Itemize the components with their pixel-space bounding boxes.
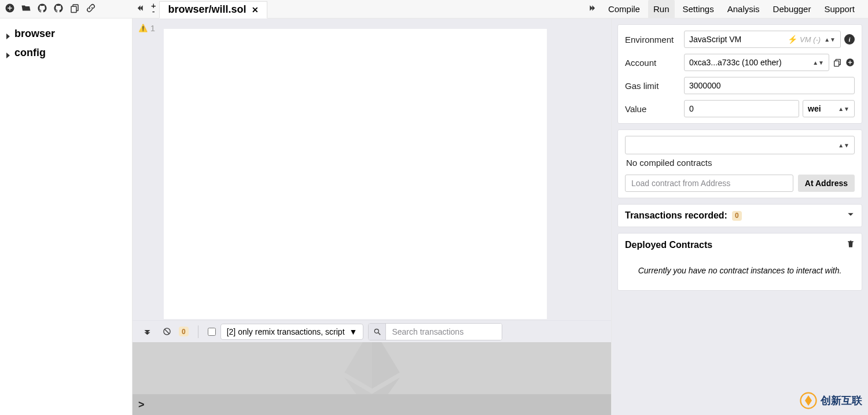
tree-item-label: config	[14, 47, 46, 59]
account-value: 0xca3...a733c (100 ether)	[689, 58, 782, 67]
gas-limit-label: Gas limit	[625, 81, 684, 91]
main-nav: Compile Run Settings Analysis Debugger S…	[585, 0, 868, 18]
line-number-gutter: 1	[148, 22, 158, 320]
svg-rect-2	[8, 8, 12, 9]
env-section: Environment JavaScript VM ⚡ VM (-) ▲▼ i …	[617, 24, 862, 124]
file-tab[interactable]: browser/will.sol ✕	[159, 1, 267, 18]
value-unit-select[interactable]: wei ▲▼	[803, 100, 855, 117]
nav-support[interactable]: Support	[819, 0, 860, 18]
warning-icon: ⚠️	[138, 24, 148, 32]
value-input[interactable]	[684, 100, 799, 117]
value-label: Value	[625, 104, 684, 114]
tx-filter-dropdown[interactable]: [2] only remix transactions, script ▼	[220, 324, 364, 340]
tx-recorded-count: 0	[732, 211, 742, 221]
svg-rect-4	[71, 6, 76, 13]
at-address-button[interactable]: At Address	[798, 175, 855, 192]
account-label: Account	[625, 58, 684, 68]
expand-right-panel-icon[interactable]	[585, 2, 600, 17]
divider	[198, 325, 198, 338]
contract-select[interactable]: ▲▼	[625, 136, 855, 154]
search-box	[368, 323, 502, 340]
caret-down-icon: ▲▼	[838, 106, 849, 112]
github-icon[interactable]	[37, 3, 47, 16]
account-select[interactable]: 0xca3...a733c (100 ether) ▲▼	[684, 54, 829, 71]
main: browser config ⚠️ 1 0 [2] only remix tra…	[0, 18, 868, 415]
tree-item-label: browser	[14, 28, 55, 40]
svg-rect-13	[848, 62, 852, 62]
line-number: 1	[150, 23, 155, 33]
plug-icon: ⚡	[788, 35, 797, 44]
terminal-output[interactable]	[133, 342, 611, 394]
copy-address-icon[interactable]	[833, 58, 842, 67]
caret-right-icon	[5, 31, 12, 38]
copy-icon[interactable]	[69, 3, 80, 16]
tx-filter-label: [2] only remix transactions, script	[227, 327, 345, 336]
tx-recorded-label: Transactions recorded:	[625, 210, 727, 221]
svg-point-7	[374, 329, 378, 333]
load-address-input[interactable]	[625, 175, 793, 192]
watermark-logo-icon	[800, 392, 817, 409]
toolbar-left	[0, 0, 133, 18]
add-account-icon[interactable]	[845, 58, 855, 67]
link-icon[interactable]	[86, 3, 96, 16]
watermark: 创新互联	[800, 392, 862, 409]
search-icon[interactable]	[369, 324, 386, 340]
nav-compile[interactable]: Compile	[603, 0, 645, 18]
caret-down-icon: ▲▼	[812, 60, 824, 66]
nav-debugger[interactable]: Debugger	[768, 0, 816, 18]
svg-rect-10	[834, 61, 839, 66]
file-panel: browser config	[0, 18, 133, 415]
new-file-icon[interactable]	[5, 3, 15, 16]
deployed-section: Deployed Contracts Currently you have no…	[617, 233, 862, 291]
right-panel: Environment JavaScript VM ⚡ VM (-) ▲▼ i …	[612, 18, 868, 415]
nav-analysis[interactable]: Analysis	[722, 0, 765, 18]
listen-network-checkbox[interactable]	[208, 328, 216, 336]
caret-down-icon: ▼	[350, 327, 358, 336]
contract-section: ▲▼ No compiled contracts At Address	[617, 129, 862, 198]
svg-line-6	[164, 329, 169, 334]
tx-recorded-section: Transactions recorded: 0	[617, 204, 862, 227]
pending-tx-badge: 0	[179, 327, 189, 336]
env-select[interactable]: JavaScript VM ⚡ VM (-) ▲▼	[684, 31, 841, 48]
info-icon[interactable]: i	[844, 34, 855, 45]
value-unit: wei	[808, 104, 821, 113]
zoom-toggle-icon[interactable]: +-	[148, 1, 159, 17]
tree-item-config[interactable]: config	[0, 43, 132, 62]
editor: ⚠️ 1	[133, 18, 611, 320]
clear-terminal-icon[interactable]	[159, 324, 174, 339]
caret-right-icon	[5, 50, 12, 57]
caret-down-icon: ▲▼	[838, 142, 849, 149]
ethereum-logo-icon	[343, 342, 401, 394]
env-select-value: JavaScript VM	[689, 35, 741, 44]
search-input[interactable]	[386, 324, 502, 340]
chevron-down-icon[interactable]	[847, 210, 855, 221]
no-compiled-text: No compiled contracts	[625, 154, 855, 168]
vm-status: VM (-)	[800, 35, 821, 44]
caret-down-icon: ▲▼	[824, 36, 836, 43]
tree-item-browser[interactable]: browser	[0, 24, 132, 43]
svg-line-8	[378, 332, 381, 335]
tab-bar: +- browser/will.sol ✕	[133, 0, 585, 18]
top-bar: +- browser/will.sol ✕ Compile Run Settin…	[0, 0, 868, 18]
deployed-label: Deployed Contracts	[625, 240, 712, 250]
terminal-input-row[interactable]: >	[133, 394, 611, 415]
trash-icon[interactable]	[847, 239, 855, 251]
env-label: Environment	[625, 35, 684, 45]
code-editor-area[interactable]	[164, 29, 547, 319]
folder-open-icon[interactable]	[21, 3, 31, 16]
terminal-prompt: >	[138, 399, 145, 411]
gas-limit-input[interactable]	[684, 77, 855, 94]
github-alt-icon[interactable]	[53, 3, 64, 16]
center-column: ⚠️ 1 0 [2] only remix transactions, scri…	[133, 18, 612, 415]
terminal-toolbar: 0 [2] only remix transactions, script ▼	[133, 320, 611, 342]
collapse-sidebar-icon[interactable]	[133, 2, 148, 17]
collapse-terminal-icon[interactable]	[139, 324, 155, 339]
nav-run[interactable]: Run	[648, 0, 675, 18]
file-tab-label: browser/will.sol	[168, 3, 246, 16]
warning-gutter[interactable]: ⚠️	[136, 22, 148, 320]
close-tab-icon[interactable]: ✕	[252, 5, 259, 14]
watermark-text: 创新互联	[821, 394, 862, 407]
nav-settings[interactable]: Settings	[678, 0, 719, 18]
no-instances-text: Currently you have no contract instances…	[625, 251, 855, 281]
